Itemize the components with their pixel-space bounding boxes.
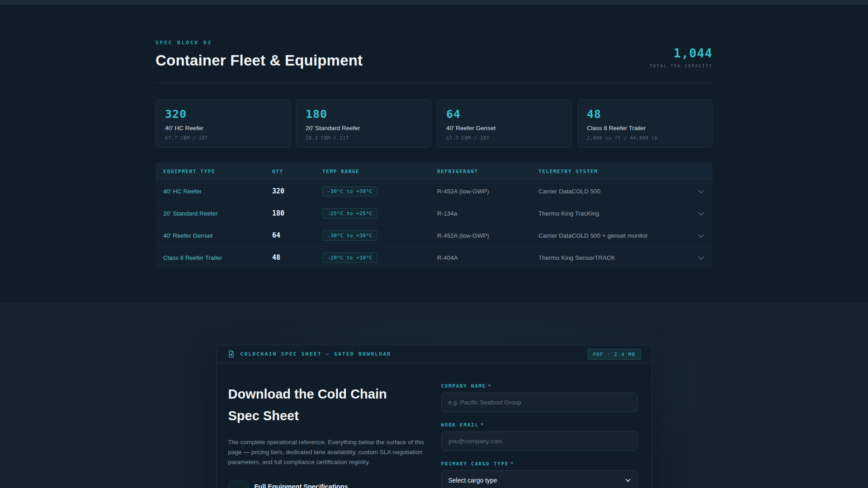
stat-detail: 2,400 cu ft / 44,000 lb <box>587 135 703 141</box>
stat-value: 64 <box>446 108 562 121</box>
chevron-down-icon[interactable] <box>698 210 704 216</box>
download-description: The complete operational reference. Ever… <box>228 437 434 467</box>
chevron-down-icon[interactable] <box>698 254 704 260</box>
col-telemetry: TELEMETRY SYSTEM <box>538 169 691 174</box>
field-company-name: COMPANY NAME* <box>441 383 637 412</box>
stat-card-row: 320 40' HC Reefer 67.7 CBM / 28T 180 20'… <box>156 99 712 148</box>
refrigerant-value: R-452A (low-GWP) <box>437 232 538 239</box>
fleet-section: SPEC BLOCK 02 Container Fleet & Equipmen… <box>0 5 868 303</box>
qty-value: 320 <box>272 187 322 195</box>
feature-title: Full Equipment Specifications <box>255 483 349 488</box>
temp-range-badge: -30°C to +30°C <box>322 186 377 197</box>
stat-value: 320 <box>165 108 281 121</box>
stat-name: 40' HC Reefer <box>165 125 281 131</box>
fleet-header: SPEC BLOCK 02 Container Fleet & Equipmen… <box>156 40 712 69</box>
gated-download-section: COLDCHAIN SPEC SHEET — GATED DOWNLOAD PD… <box>0 303 868 488</box>
table-row[interactable]: 20' Standard Reefer 180 -25°C to +25°C R… <box>156 202 712 224</box>
stat-card-40-genset: 64 40' Reefer Genset 67.7 CBM / 28T <box>437 99 572 148</box>
pdf-size-badge: PDF · 2.4 MB <box>588 349 641 360</box>
feature-item-specs: Full Equipment Specifications Technical … <box>228 481 434 488</box>
refrigerant-value: R-134a <box>437 210 538 217</box>
company-name-label: COMPANY NAME* <box>441 383 637 389</box>
field-cargo-type: PRIMARY CARGO TYPE* Select cargo type <box>441 461 637 488</box>
stat-card-20std-reefer: 180 20' Standard Reefer 28.3 CBM / 21T <box>296 99 431 148</box>
previous-section-edge <box>0 0 868 5</box>
total-teu-label: TOTAL TEU CAPACITY <box>650 63 712 68</box>
stat-card-class8-trailer: 48 Class 8 Reefer Trailer 2,400 cu ft / … <box>577 99 712 148</box>
lead-form: COMPANY NAME* WORK EMAIL* PRIMARY CARGO … <box>441 383 637 488</box>
table-row[interactable]: 40' Reefer Genset 64 -30°C to +30°C R-45… <box>156 224 712 246</box>
stat-name: 40' Reefer Genset <box>446 125 562 131</box>
gated-download-card: COLDCHAIN SPEC SHEET — GATED DOWNLOAD PD… <box>216 345 652 488</box>
required-asterisk: * <box>510 461 514 466</box>
stat-detail: 67.7 CBM / 28T <box>165 135 281 141</box>
telemetry-value: Carrier DataCOLD 500 <box>538 188 691 195</box>
stat-name: 20' Standard Reefer <box>306 125 422 131</box>
cargo-type-select[interactable]: Select cargo type <box>441 470 637 488</box>
table-header-row: EQUIPMENT TYPE QTY TEMP RANGE REFRIGERAN… <box>156 163 712 180</box>
file-download-icon <box>227 350 235 358</box>
refrigerant-value: R-452A (low-GWP) <box>437 188 538 195</box>
page-title: Container Fleet & Equipment <box>156 52 363 69</box>
equipment-name-link[interactable]: 40' Reefer Genset <box>163 232 272 239</box>
telemetry-value: Thermo King SensorTRACK <box>538 254 691 261</box>
chevron-down-icon[interactable] <box>698 232 704 238</box>
telemetry-value: Thermo King TracKing <box>538 210 691 217</box>
total-teu-value: 1,044 <box>650 46 712 60</box>
required-asterisk: * <box>488 383 491 389</box>
qty-value: 48 <box>272 253 322 262</box>
section-eyebrow: SPEC BLOCK 02 <box>156 40 363 46</box>
col-refrigerant: REFRIGERANT <box>437 169 538 174</box>
gate-left-column: Download the Cold Chain Spec Sheet The c… <box>228 383 434 488</box>
chevron-down-icon <box>625 477 630 482</box>
refrigerant-value: R-404A <box>437 254 538 261</box>
temp-range-badge: -20°C to +10°C <box>322 253 377 263</box>
field-work-email: WORK EMAIL* <box>441 422 637 451</box>
cargo-type-label: PRIMARY CARGO TYPE* <box>441 461 637 466</box>
col-temp-range: TEMP RANGE <box>322 169 437 174</box>
required-asterisk: * <box>481 422 484 427</box>
company-name-input[interactable] <box>441 393 637 412</box>
col-qty: QTY <box>272 169 322 174</box>
work-email-label: WORK EMAIL* <box>441 422 637 427</box>
stat-card-40hc-reefer: 320 40' HC Reefer 67.7 CBM / 28T <box>156 99 291 148</box>
temp-range-badge: -30°C to +30°C <box>322 230 377 241</box>
col-equipment-type: EQUIPMENT TYPE <box>163 169 272 174</box>
telemetry-value: Carrier DataCOLD 500 + genset monitor <box>538 232 691 239</box>
qty-value: 180 <box>272 209 322 217</box>
download-title: Download the Cold Chain Spec Sheet <box>228 383 409 427</box>
bar-chart-icon <box>228 481 248 488</box>
equipment-name-link[interactable]: Class 8 Reefer Trailer <box>163 254 272 261</box>
qty-value: 64 <box>272 231 322 239</box>
stat-name: Class 8 Reefer Trailer <box>587 125 703 131</box>
table-row[interactable]: 40' HC Reefer 320 -30°C to +30°C R-452A … <box>156 180 712 202</box>
equipment-table: EQUIPMENT TYPE QTY TEMP RANGE REFRIGERAN… <box>156 163 712 268</box>
stat-detail: 67.7 CBM / 28T <box>446 135 562 141</box>
equipment-name-link[interactable]: 20' Standard Reefer <box>163 210 272 217</box>
table-row[interactable]: Class 8 Reefer Trailer 48 -20°C to +10°C… <box>156 246 712 268</box>
temp-range-badge: -25°C to +25°C <box>322 208 377 219</box>
work-email-input[interactable] <box>441 432 637 451</box>
stat-value: 48 <box>587 108 703 121</box>
chevron-down-icon[interactable] <box>698 188 704 193</box>
stat-detail: 28.3 CBM / 21T <box>306 135 422 141</box>
cargo-type-selected-value: Select cargo type <box>448 477 497 484</box>
stat-value: 180 <box>306 108 422 121</box>
gate-eyebrow: COLDCHAIN SPEC SHEET — GATED DOWNLOAD <box>241 351 392 357</box>
equipment-name-link[interactable]: 40' HC Reefer <box>163 188 272 195</box>
gate-card-header: COLDCHAIN SPEC SHEET — GATED DOWNLOAD PD… <box>217 345 652 363</box>
header-divider <box>156 83 712 83</box>
